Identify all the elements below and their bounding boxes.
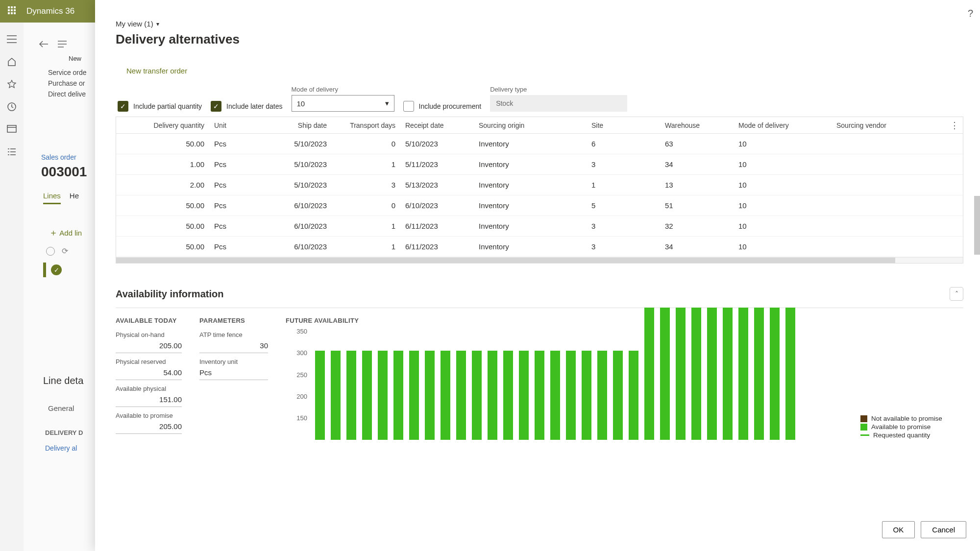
legend-swatch-not-atp [860,415,867,422]
col-unit[interactable]: Unit [209,121,244,129]
y-tick: 300 [296,349,307,357]
svg-rect-1 [7,125,16,132]
col-receipt-date[interactable]: Receipt date [400,121,474,129]
chevron-down-icon: ▾ [156,21,159,27]
cell-site: 6 [587,140,660,148]
cell-unit: Pcs [209,160,244,168]
tab-header[interactable]: He [70,192,79,204]
table-row[interactable]: 50.00Pcs6/10/202316/11/2023Inventory3321… [116,216,963,237]
y-tick: 350 [296,328,307,335]
chart-bar [707,308,717,440]
legend-atp: Available to promise [871,423,931,431]
chart-bar [723,308,733,440]
dialog-footer: OK Cancel [882,521,966,538]
cell-warehouse: 63 [660,140,734,148]
ok-button[interactable]: OK [882,521,915,538]
tab-lines[interactable]: Lines [43,192,61,204]
chart-bar [488,351,497,440]
chart-legend: Not available to promise Available to pr… [860,317,963,440]
dialog-vertical-scrollbar[interactable] [974,196,980,255]
cell-mode-of-delivery: 10 [734,181,832,189]
table-row[interactable]: 50.00Pcs6/10/202316/11/2023Inventory3341… [116,237,963,257]
chart-bar [582,351,591,440]
col-transport-days[interactable]: Transport days [332,121,400,129]
cell-unit: Pcs [209,242,244,251]
inventory-unit-label: Inventory unit [199,358,268,365]
availability-heading: Availability information [116,288,223,300]
chart-bar [770,308,780,440]
refresh-icon[interactable]: ⟳ [62,246,68,256]
cell-ship-date: 6/10/2023 [244,242,332,251]
grid-more-icon[interactable]: ⋮ [950,120,959,131]
col-ship-date[interactable]: Ship date [244,121,332,129]
col-warehouse[interactable]: Warehouse [660,121,734,129]
hamburger-icon[interactable] [7,34,17,44]
brand-bar: Dynamics 36 [0,0,103,23]
row-selected-check-icon[interactable]: ✓ [51,264,62,275]
inventory-unit-value: Pcs [199,365,268,380]
col-sourcing-vendor[interactable]: Sourcing vendor [832,121,900,129]
grid-horizontal-scrollbar[interactable] [116,257,963,263]
table-row[interactable]: 50.00Pcs6/10/202306/10/2023Inventory5511… [116,195,963,216]
table-row[interactable]: 50.00Pcs5/10/202305/10/2023Inventory6631… [116,134,963,154]
cell-delivery-quantity: 1.00 [146,160,209,168]
col-mode-of-delivery[interactable]: Mode of delivery [734,121,832,129]
include-partial-checkbox[interactable]: ✓ Include partial quantity [118,101,202,112]
cell-mode-of-delivery: 10 [734,140,832,148]
table-row[interactable]: 1.00Pcs5/10/202315/11/2023Inventory33410 [116,154,963,175]
checkbox-checked-icon: ✓ [118,101,128,112]
available-physical-value: 151.00 [116,392,182,407]
cell-receipt-date: 5/10/2023 [400,140,474,148]
legend-requested: Requested quantity [873,431,930,439]
chart-bar [519,351,529,440]
select-all-circle[interactable] [46,247,55,256]
cell-site: 3 [587,242,660,251]
cell-delivery-quantity: 50.00 [146,201,209,210]
collapse-section-button[interactable]: ˄ [950,287,963,301]
cell-warehouse: 34 [660,242,734,251]
legend-line-requested [860,434,869,436]
available-today-head: AVAILABLE TODAY [116,317,182,324]
home-icon[interactable] [7,57,17,67]
delivery-type-field: Stock [490,95,627,112]
star-icon[interactable] [7,79,17,89]
include-later-checkbox[interactable]: ✓ Include later dates [211,101,282,112]
modules-icon[interactable] [7,147,17,157]
col-sourcing-origin[interactable]: Sourcing origin [474,121,587,129]
legend-swatch-atp [860,424,867,431]
table-row[interactable]: 2.00Pcs5/10/202335/13/2023Inventory11310 [116,175,963,195]
cell-unit: Pcs [209,201,244,210]
cancel-button[interactable]: Cancel [921,521,966,538]
parameters-head: PARAMETERS [199,317,268,324]
available-today-column: AVAILABLE TODAY Physical on-hand 205.00 … [116,317,182,440]
chart-bar [754,308,764,440]
app-launcher-icon[interactable] [8,6,18,16]
cell-transport-days: 0 [332,140,400,148]
back-icon[interactable] [38,40,49,48]
include-procurement-checkbox[interactable]: Include procurement [403,101,482,112]
list-icon[interactable] [58,41,67,48]
chart-bar [644,308,654,440]
col-site[interactable]: Site [587,121,660,129]
cell-transport-days: 1 [332,160,400,168]
recent-icon[interactable] [7,102,17,112]
alternatives-grid: ⋮ Delivery quantity Unit Ship date Trans… [116,117,963,264]
mode-of-delivery-label: Mode of delivery [292,86,394,93]
col-delivery-quantity[interactable]: Delivery quantity [146,121,209,129]
help-icon[interactable]: ? [968,8,973,19]
mode-of-delivery-select[interactable]: 10 ▾ [292,95,394,112]
chart-bar [566,351,576,440]
chart-bar [550,351,560,440]
cell-receipt-date: 5/13/2023 [400,181,474,189]
new-transfer-order-link[interactable]: New transfer order [126,67,187,75]
y-tick: 150 [296,414,307,422]
cell-site: 3 [587,160,660,168]
chart-bar [629,351,638,440]
physical-reserved-label: Physical reserved [116,358,182,365]
workspace-icon[interactable] [7,124,17,134]
cell-unit: Pcs [209,140,244,148]
divider [116,308,963,308]
view-selector[interactable]: My view (1) ▾ [116,20,963,28]
dialog-title: Delivery alternatives [116,32,963,47]
cell-sourcing-origin: Inventory [474,140,587,148]
